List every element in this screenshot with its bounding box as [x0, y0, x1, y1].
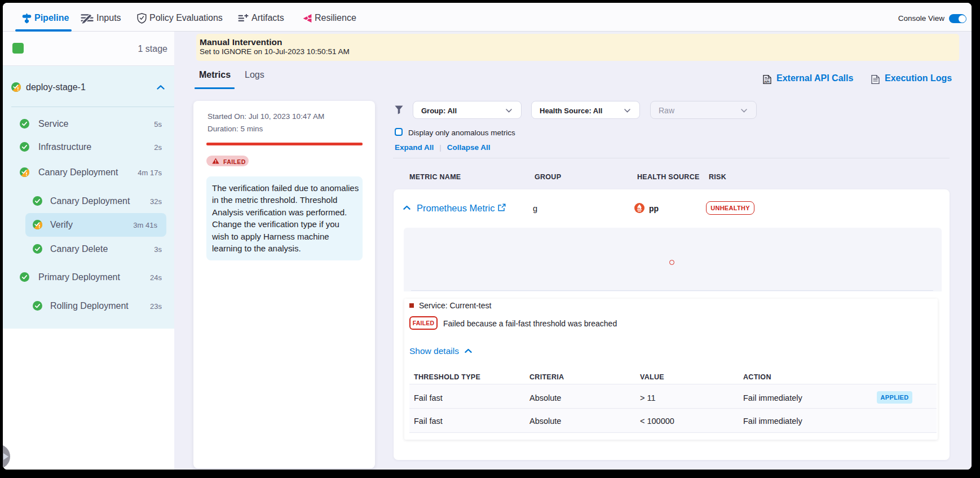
- svg-text:API: API: [764, 80, 770, 83]
